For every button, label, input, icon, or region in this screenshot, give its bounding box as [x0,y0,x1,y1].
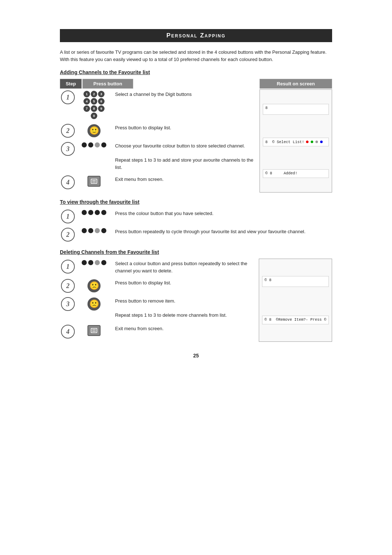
ddot-2 [88,260,93,265]
step-num-4: 4 [60,174,76,190]
step-badge-4: 4 [61,175,75,189]
del-step-num-2: 2 [60,278,76,294]
step-num-2: 2 [60,123,76,139]
step-badge-2: 2 [61,124,75,138]
del-result-screen-2: © 8 ©Remove Item?- Press © [262,316,329,324]
table-header: Step Press button Result on screen [60,79,332,89]
add-step-2: 2 🙂 Press button to display list. [60,123,260,139]
del-step-4: 4 Exit menu from screen. [60,324,259,340]
del-badge-2: 2 [61,279,75,293]
digit-2: 2 [91,91,97,97]
th-step: Step [60,79,82,89]
digit-5: 5 [91,98,97,105]
add-step-3: 3 Choose your favourite colour button to… [60,141,260,172]
digit-6: 6 [98,98,105,105]
digit-9: 9 [98,105,105,112]
digit-0: 0 [91,113,97,119]
digit-4: 4 [83,98,90,105]
view-step-num-2: 2 [60,227,76,243]
dot-green [311,141,313,143]
vdot-2 [88,210,93,215]
view-dots-1 [82,210,106,215]
dot-gray-1 [95,142,100,147]
digit-1: 1 [83,91,90,97]
add-step-1-desc: Select a channel by the Digit buttons [112,89,260,100]
del-menu-line-1 [92,329,96,330]
add-step-2-desc: Press button to display list. [112,123,260,133]
view-step-1: 1 Press the colour button that you have … [60,208,332,224]
menu-icon-inner [91,179,97,184]
del-step-4-desc: Exit menu from screen. [112,324,259,334]
add-step-4: 4 Exit menu from screen. [60,174,260,190]
view-icon-1 [76,208,112,216]
step-icon-dots3 [76,141,112,149]
frown-icon-3: 🙁 [87,297,101,311]
menu-line-1 [92,180,96,181]
del-result-line-1: © 8 [265,278,271,282]
dot-black-3 [101,142,106,147]
viewing-steps: 1 Press the colour button that you have … [60,208,332,243]
del-badge-3: 3 [61,297,75,311]
th-result: Result on screen [260,79,332,89]
page-title: Personal Zapping [166,32,225,39]
ddot-1 [82,260,87,265]
del-step-2: 2 🙁 Press button to display list. [60,278,259,294]
step-num-3: 3 [60,141,76,157]
del-step-3: 3 🙁 Press button to remove item. Repeat … [60,296,259,321]
dot-black-2 [88,142,93,147]
deleting-steps-left: 1 Select a colour button and press butto… [60,259,259,342]
del-step-2-desc: Press button to display list. [112,278,259,288]
del-result-screen-1: © 8 [262,276,329,287]
del-menu-inner [91,328,97,333]
view-badge-1: 1 [61,210,75,223]
section1-title: Adding Channels to the Favourite list [60,69,332,75]
del-menu-icon [87,325,101,336]
view-step-1-desc: Press the colour button that you have se… [112,208,332,219]
digit-3: 3 [98,91,105,97]
result-screen-2: 8 © Select List! [263,138,329,146]
vdot2-4 [101,228,106,233]
del-result-line-2: © 8 ©Remove Item?- Press © [265,317,326,322]
del-icon-1 [76,259,112,267]
adding-steps-layout: 1 1 2 3 4 5 6 7 8 9 0 S [60,89,332,193]
digit-grid: 1 2 3 4 5 6 7 8 9 0 [83,91,105,119]
view-badge-2: 2 [61,228,75,242]
dot-blue [320,141,323,143]
del-icon-frown-3: 🙁 [76,296,112,312]
section3-title: Deleting Channels from the Favourite lis… [60,249,332,255]
vdot2-1 [82,228,87,233]
add-step-1: 1 1 2 3 4 5 6 7 8 9 0 S [60,89,260,121]
adding-steps-left: 1 1 2 3 4 5 6 7 8 9 0 S [60,89,260,193]
adding-results-col: 8 8 © Select List! © 8 Added! [260,89,332,193]
result-screen-1: 8 [263,104,329,115]
del-badge-4: 4 [61,325,75,339]
del-step-num-3: 3 [60,296,76,312]
dot-gray2 [315,141,318,143]
del-badge-1: 1 [61,260,75,274]
title-bar: Personal Zapping [60,29,332,42]
del-step-3-desc: Press button to remove item. Repeat step… [112,296,259,320]
result-line-3: © 8 Added! [265,171,297,175]
del-step-1-desc: Select a colour button and press button … [112,259,259,276]
digit-7: 7 [83,105,90,112]
menu-icon [87,176,101,187]
ddot-3 [95,260,100,265]
vdot2-3 [95,228,100,233]
th-press: Press button [82,79,133,89]
ddot-4 [101,260,106,265]
del-dots-1 [82,260,106,265]
result-screen-3: © 8 Added! [263,169,329,178]
del-step-num-1: 1 [60,259,76,275]
frown-icon-2: 🙁 [87,279,101,292]
colour-dots-add [82,142,106,147]
result-line-1: 8 [265,106,268,110]
del-icon-frown-2: 🙁 [76,278,112,294]
step-badge-1: 1 [61,90,75,104]
adding-results-box: 8 8 © Select List! © 8 Added! [260,89,332,193]
step-badge-3: 3 [61,142,75,156]
menu-line-2 [92,182,96,182]
vdot-3 [95,210,100,215]
view-step-2-desc: Press button repeatedly to cycle through… [112,227,332,237]
step-icon-smiley: 🙂 [76,123,112,139]
view-step-2: 2 Press button repeatedly to cycle throu… [60,227,332,243]
